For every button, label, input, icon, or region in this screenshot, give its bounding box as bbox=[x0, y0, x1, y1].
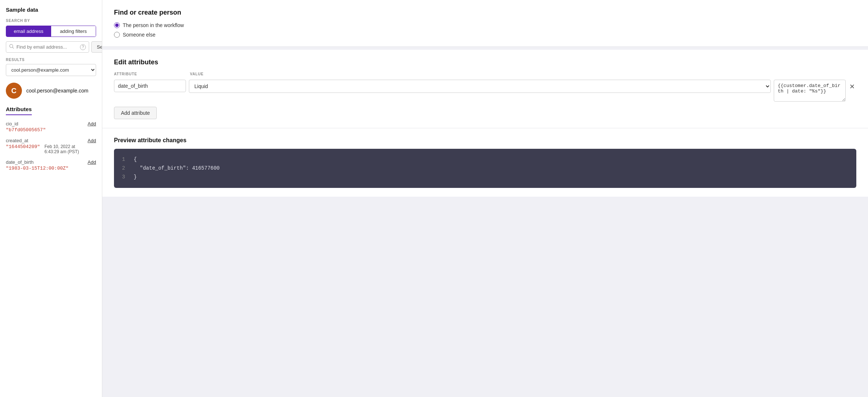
attr-add-date-of-birth[interactable]: Add bbox=[88, 159, 96, 165]
code-content-2: "date_of_birth": 416577600 bbox=[134, 164, 220, 173]
attr-add-cio-id[interactable]: Add bbox=[88, 121, 96, 126]
left-panel: Sample data SEARCH BY email address addi… bbox=[0, 0, 102, 397]
attr-key-created-at: created_at bbox=[6, 138, 28, 143]
code-block: 1 { 2 "date_of_birth": 416577600 3 } bbox=[114, 149, 856, 188]
attr-row-date-of-birth: date_of_birth Add "1983-03-15T12:00:00Z" bbox=[6, 159, 96, 171]
radio-workflow-label: The person in the workflow bbox=[123, 22, 184, 28]
attr-sub-created-at: Feb 10, 2022 at6:43:29 am (PST) bbox=[45, 144, 79, 154]
attributes-section: Attributes cio_id Add "b7fd05005657" cre… bbox=[6, 106, 96, 171]
attr-row-created-at: created_at Add "1644504209" Feb 10, 2022… bbox=[6, 138, 96, 154]
attr-inputs-row: Liquid Text Number Boolean {{customer.da… bbox=[114, 80, 856, 102]
search-button[interactable]: Search bbox=[91, 41, 102, 53]
attributes-heading: Attributes bbox=[6, 106, 32, 115]
radio-someone-else[interactable]: Someone else bbox=[114, 32, 856, 38]
attr-columns-header: ATTRIBUTE VALUE bbox=[114, 72, 856, 78]
find-section-title: Find or create person bbox=[114, 9, 856, 16]
svg-line-1 bbox=[12, 47, 14, 48]
code-line-3: 3 } bbox=[122, 173, 848, 182]
toggle-filters-btn[interactable]: adding filters bbox=[51, 26, 96, 37]
value-textarea-wrap: {{customer.date_of_birth | date: "%s"}} … bbox=[774, 80, 856, 102]
value-type-select[interactable]: Liquid Text Number Boolean bbox=[189, 80, 771, 93]
attr-value-created-at: "1644504209" bbox=[6, 144, 40, 150]
search-input[interactable] bbox=[16, 44, 78, 50]
attribute-col-label: ATTRIBUTE bbox=[114, 72, 187, 76]
attr-row-cio-id: cio_id Add "b7fd05005657" bbox=[6, 121, 96, 133]
attr-value-date-of-birth: "1983-03-15T12:00:00Z" bbox=[6, 166, 96, 171]
edit-attrs-section: Edit attributes ATTRIBUTE VALUE Liquid T… bbox=[102, 50, 868, 128]
search-by-toggle: email address adding filters bbox=[6, 26, 96, 37]
line-num-3: 3 bbox=[122, 173, 128, 182]
value-textarea[interactable]: {{customer.date_of_birth | date: "%s"}} bbox=[774, 80, 846, 102]
add-attribute-button[interactable]: Add attribute bbox=[114, 107, 157, 119]
attribute-name-input[interactable] bbox=[114, 80, 186, 92]
attr-key-date-of-birth: date_of_birth bbox=[6, 159, 34, 165]
close-button[interactable]: ✕ bbox=[848, 82, 856, 91]
results-label: RESULTS bbox=[6, 58, 96, 62]
search-row: ? Search bbox=[6, 41, 96, 53]
code-content-1: { bbox=[134, 155, 137, 164]
radio-someone-label: Someone else bbox=[123, 32, 156, 38]
code-line-2: 2 "date_of_birth": 416577600 bbox=[122, 164, 848, 173]
search-icon bbox=[9, 44, 14, 50]
attr-add-created-at[interactable]: Add bbox=[88, 138, 96, 143]
section-divider bbox=[102, 47, 868, 50]
preview-title: Preview attribute changes bbox=[114, 137, 856, 144]
results-select[interactable]: cool.person@example.com bbox=[6, 64, 96, 76]
find-section: Find or create person The person in the … bbox=[102, 0, 868, 47]
panel-title: Sample data bbox=[6, 7, 96, 13]
right-panel: Find or create person The person in the … bbox=[102, 0, 868, 397]
radio-workflow-input[interactable] bbox=[114, 22, 120, 28]
toggle-email-btn[interactable]: email address bbox=[6, 26, 51, 37]
person-email: cool.person@example.com bbox=[26, 88, 88, 94]
radio-workflow-person[interactable]: The person in the workflow bbox=[114, 22, 856, 28]
line-num-1: 1 bbox=[122, 155, 128, 164]
preview-section: Preview attribute changes 1 { 2 "date_of… bbox=[102, 128, 868, 197]
attr-value-cio-id: "b7fd05005657" bbox=[6, 127, 96, 133]
line-num-2: 2 bbox=[122, 164, 128, 173]
help-icon[interactable]: ? bbox=[80, 44, 86, 50]
edit-attrs-title: Edit attributes bbox=[114, 58, 856, 66]
attr-key-cio-id: cio_id bbox=[6, 121, 18, 126]
search-by-label: SEARCH BY bbox=[6, 19, 96, 23]
code-content-3: } bbox=[134, 173, 137, 182]
avatar: C bbox=[6, 83, 22, 99]
radio-someone-input[interactable] bbox=[114, 32, 120, 38]
code-line-1: 1 { bbox=[122, 155, 848, 164]
person-row: C cool.person@example.com bbox=[6, 83, 96, 99]
value-col-label: VALUE bbox=[190, 72, 248, 76]
radio-group: The person in the workflow Someone else bbox=[114, 22, 856, 38]
search-input-wrap: ? bbox=[6, 41, 89, 53]
